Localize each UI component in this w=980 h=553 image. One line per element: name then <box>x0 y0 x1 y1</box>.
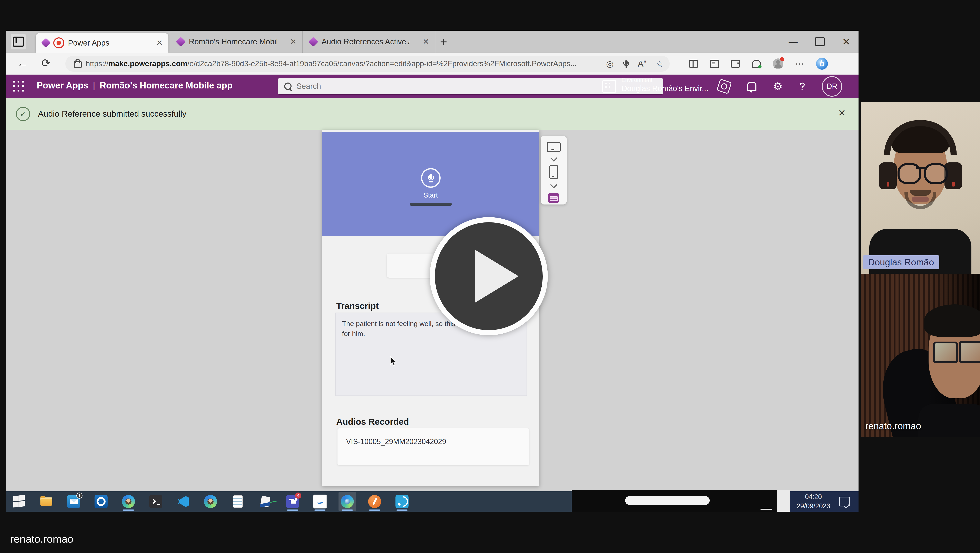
notification-badge: 1 <box>76 492 83 499</box>
bing-copilot-icon[interactable]: b <box>816 58 828 70</box>
participant-name-label: Douglas Romão <box>863 255 939 269</box>
video-play-button[interactable] <box>430 217 548 335</box>
taskbar-icon-cast-app[interactable] <box>393 492 411 512</box>
tab-homecare-app[interactable]: Romão's Homecare Mobile app ✕ <box>170 31 302 53</box>
taskbar-icon-outlook[interactable] <box>92 492 110 512</box>
browser-essentials-icon[interactable] <box>752 60 761 68</box>
visual-search-icon[interactable]: ◎ <box>606 59 614 69</box>
notification-center-icon[interactable] <box>839 497 850 507</box>
taskbar-icon-edge-profile-2[interactable] <box>202 492 219 512</box>
profile-avatar[interactable] <box>773 59 783 69</box>
phone-preview-icon[interactable] <box>549 165 558 179</box>
beard <box>904 191 936 209</box>
visual-studio-icon <box>259 495 272 508</box>
chevron-down-icon[interactable] <box>550 155 557 162</box>
edge-profile-2-icon <box>204 495 217 508</box>
audio-list-item[interactable]: VIS-10005_29MM2023042029 <box>346 437 446 446</box>
taskbar-icon-edge[interactable] <box>339 492 356 512</box>
power-apps-icon <box>176 37 186 47</box>
headphone-earcup <box>879 163 897 190</box>
tab-close-icon[interactable]: ✕ <box>423 37 435 46</box>
tab-close-icon[interactable]: ✕ <box>290 37 302 46</box>
glasses <box>959 341 980 363</box>
banner-close-icon[interactable]: ✕ <box>838 107 846 118</box>
taskbar-icon-file-explorer[interactable] <box>38 492 55 512</box>
edge-profile-icon <box>122 495 135 508</box>
video-controls-bar <box>572 490 777 512</box>
file-explorer-icon <box>40 495 53 508</box>
taskbar-icon-notepad[interactable] <box>229 492 247 512</box>
environment-icon <box>602 80 616 93</box>
taskbar-icon-mail[interactable]: 1 <box>65 492 83 512</box>
reload-button[interactable]: ⟳ <box>41 56 51 70</box>
running-indicator <box>369 510 380 511</box>
webcam-feed-douglas: Douglas Romão <box>861 102 980 274</box>
minimize-button[interactable]: — <box>789 37 798 47</box>
favorite-star-icon[interactable]: ☆ <box>656 59 663 69</box>
app-canvas: Start Submit for AI 🤖 Transcript The pat… <box>6 130 859 491</box>
taskbar-icon-edge-profile[interactable] <box>119 492 137 512</box>
environment-picker[interactable]: Environment Douglas Romão's Envir... <box>602 77 708 93</box>
notification-badge: 4 <box>295 492 301 499</box>
tab-workspaces-button[interactable] <box>11 34 26 49</box>
toolbar-actions: ⋯ b <box>689 53 828 75</box>
tab-close-icon[interactable]: ✕ <box>156 38 169 48</box>
user-avatar[interactable]: DR <box>822 76 842 97</box>
maximize-button[interactable] <box>815 37 825 46</box>
back-button[interactable]: ← <box>17 56 28 70</box>
voice-search-icon[interactable] <box>624 60 628 67</box>
success-check-icon: ✓ <box>16 107 30 121</box>
glasses <box>897 163 948 184</box>
brand-name: Power Apps <box>37 80 88 90</box>
taskbar-icon-teams[interactable]: 4 <box>284 492 301 512</box>
help-icon[interactable]: ? <box>799 80 805 92</box>
taskbar-clock-area[interactable]: 04:20 29/09/2023 <box>790 491 859 512</box>
microphone-icon <box>428 174 433 182</box>
outlook-icon <box>94 495 108 508</box>
chevron-down-icon[interactable] <box>550 181 557 188</box>
video-scrubber-handle[interactable] <box>625 496 710 505</box>
running-indicator <box>342 510 353 511</box>
banner-message: Audio Reference submitted successfully <box>38 109 186 119</box>
read-aloud-icon[interactable]: Aʺ <box>638 59 646 69</box>
waffle-menu-icon[interactable] <box>13 81 24 92</box>
taskbar-icon-orange-app[interactable] <box>366 492 383 512</box>
copilot-icon[interactable] <box>716 79 732 94</box>
notifications-icon[interactable] <box>747 82 756 91</box>
profile-alert-dot <box>780 57 784 61</box>
desktop-preview-icon[interactable] <box>547 142 561 152</box>
app-switcher-icon[interactable] <box>548 193 559 203</box>
address-bar[interactable]: https://make.powerapps.com/e/d2ca2b78-90… <box>65 56 670 72</box>
vs-code-icon <box>177 495 190 508</box>
tab-audio-references[interactable]: Audio References Active Audio R ✕ <box>303 31 435 53</box>
transcript-heading: Transcript <box>336 301 379 311</box>
split-screen-icon[interactable] <box>689 60 698 68</box>
record-progress-bar <box>410 203 452 206</box>
taskbar-icon-terminal[interactable] <box>147 492 165 512</box>
cast-app-icon <box>396 495 409 508</box>
environment-label: Environment <box>622 77 708 83</box>
taskbar-icon-whiteboard[interactable] <box>311 492 329 512</box>
record-button[interactable] <box>421 168 441 188</box>
tab-title: Power Apps <box>68 38 110 48</box>
device-preview-panel <box>541 136 567 204</box>
url-text: https://make.powerapps.com/e/d2ca2b78-90… <box>86 59 597 68</box>
wallet-icon[interactable] <box>731 60 740 68</box>
running-indicator <box>123 510 134 511</box>
more-menu-icon[interactable]: ⋯ <box>795 59 804 69</box>
power-apps-icon <box>41 38 51 48</box>
tab-power-apps[interactable]: Power Apps ✕ <box>36 33 169 53</box>
clock-date: 29/09/2023 <box>790 502 837 511</box>
close-window-button[interactable]: ✕ <box>842 36 850 48</box>
browser-toolbar: ← ⟳ https://make.powerapps.com/e/d2ca2b7… <box>6 53 859 75</box>
play-icon <box>475 250 519 303</box>
taskbar-icon-visual-studio[interactable] <box>256 492 274 512</box>
workspaces-icon <box>13 37 24 47</box>
taskbar-icon-vs-code[interactable] <box>174 492 192 512</box>
favorites-bar-icon[interactable] <box>710 60 719 68</box>
new-tab-button[interactable]: + <box>440 35 447 49</box>
taskbar-icon-windows-start[interactable] <box>10 492 28 512</box>
settings-gear-icon[interactable]: ⚙ <box>773 80 783 92</box>
glasses <box>933 341 958 363</box>
search-input[interactable] <box>296 82 605 91</box>
